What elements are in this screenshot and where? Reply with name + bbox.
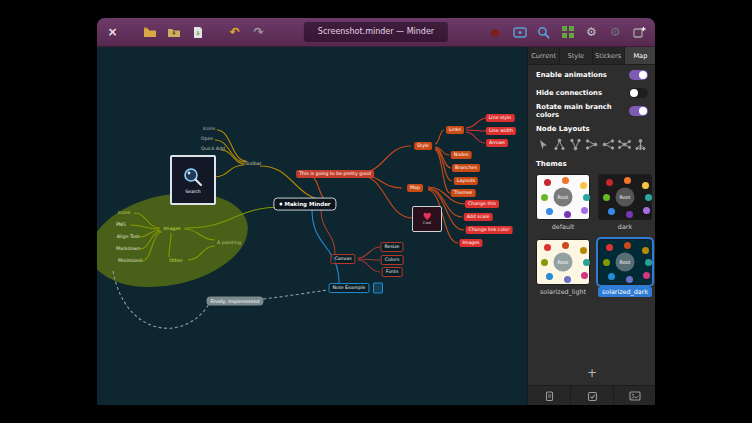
theme-name: solarized_dark [598, 287, 652, 297]
undo-icon[interactable]: ↶ [227, 25, 242, 40]
theme-color-dot [643, 272, 650, 279]
node-icons[interactable]: Icons [118, 210, 130, 216]
node-map[interactable]: Map [407, 184, 423, 192]
new-board-icon[interactable] [632, 25, 647, 40]
preferences-icon[interactable]: ⚙ [608, 25, 623, 40]
node-resize[interactable]: Resize [380, 242, 403, 252]
theme-color-dot [581, 272, 588, 279]
search-icon[interactable] [536, 25, 551, 40]
toggle-enable-animations[interactable] [629, 70, 648, 80]
node-line-width[interactable]: Line width [486, 127, 516, 135]
layout-vertical-up-icon[interactable] [569, 137, 583, 151]
node-minimized[interactable]: Minimized [118, 258, 142, 264]
toggle-hide-connections[interactable] [629, 88, 648, 98]
redo-icon[interactable]: ↷ [251, 25, 266, 40]
toggle-knob [639, 107, 647, 115]
option-hide-connections: Hide connections [528, 85, 655, 101]
theme-solarized-light[interactable]: Rootsolarized_light [536, 239, 590, 297]
node-line-style[interactable]: Line style [486, 114, 515, 122]
theme-name: default [536, 222, 590, 232]
node-making-minder[interactable]: Making Minder [273, 198, 336, 211]
tab-map[interactable]: Map [625, 47, 655, 64]
image-panel-icon[interactable] [614, 386, 655, 405]
layout-vertical-down-icon[interactable] [552, 137, 566, 151]
option-rotate-main-branch-colors: Rotate main branch colors [528, 103, 655, 119]
node-fonts[interactable]: Fonts [382, 267, 403, 277]
node-layouts-row [528, 136, 655, 154]
layout-balanced-icon[interactable] [634, 137, 648, 151]
node-icons[interactable]: Icons [203, 126, 215, 132]
layout-right-icon[interactable] [601, 137, 615, 151]
node-branches[interactable]: Branches [452, 164, 480, 172]
layout-left-icon[interactable] [585, 137, 599, 151]
node-other[interactable]: Other [169, 258, 182, 264]
theme-color-dot [580, 182, 587, 189]
node-markdown[interactable]: Markdown [116, 246, 140, 252]
node-change-this[interactable]: Change this [465, 200, 499, 208]
open-folder-icon[interactable] [142, 25, 157, 40]
node-links[interactable]: Links [446, 126, 464, 134]
node-arrows[interactable]: Arrows [486, 139, 508, 147]
tab-current[interactable]: Current [528, 47, 560, 64]
node-colors[interactable]: Colors [381, 255, 404, 265]
settings-icon[interactable]: ⚙ [584, 25, 599, 40]
theme-color-dot [562, 242, 569, 249]
theme-root-node: Root [554, 253, 573, 272]
theme-color-dot [544, 179, 551, 186]
node-finally-implemented[interactable]: Finally, Implemented [206, 297, 263, 306]
theme-solarized-dark[interactable]: Rootsolarized_dark [598, 239, 652, 297]
themes-grid: RootdefaultRootdarkRootsolarized_lightRo… [528, 171, 655, 297]
layout-horizontal-icon[interactable] [618, 137, 632, 151]
node-canvas[interactable]: Canvas [330, 254, 355, 264]
node-themes[interactable]: Themes [451, 189, 476, 197]
node-nodes[interactable]: Nodes [451, 151, 472, 159]
theme-default[interactable]: Rootdefault [536, 174, 590, 232]
theme-root-node: Root [554, 188, 573, 207]
theme-color-dot [624, 177, 631, 184]
option-label: Enable animations [536, 71, 607, 79]
sidebar: CurrentStyleStickersMap Enable animation… [527, 47, 655, 405]
theme-preview: Root [598, 239, 652, 285]
tab-style[interactable]: Style [560, 47, 592, 64]
node-align-text[interactable]: Align Text [117, 234, 140, 240]
record-icon[interactable]: ● [488, 25, 503, 40]
node-quick-add[interactable]: Quick Add [201, 146, 225, 152]
theme-color-dot [546, 273, 553, 280]
node-this-is-going-to-be-pretty-good[interactable]: This is going to be pretty good [296, 170, 374, 178]
note-icon[interactable] [373, 283, 383, 294]
tab-stickers[interactable]: Stickers [593, 47, 625, 64]
theme-color-dot [626, 276, 633, 283]
grid-icon[interactable] [560, 25, 575, 40]
node-images[interactable]: Images [459, 239, 482, 247]
layout-manual-icon[interactable] [536, 137, 550, 151]
tasks-icon[interactable] [571, 386, 614, 405]
node-add-scale[interactable]: Add scale [464, 213, 493, 221]
export-panel-icon[interactable] [528, 386, 571, 405]
minder-window: × ↶ ↷ Screenshot.minder — Minder ● ⚙ ⚙ [97, 18, 655, 405]
node-png[interactable]: PNG [116, 222, 126, 228]
add-theme-button[interactable]: + [528, 363, 655, 385]
export-document-icon[interactable] [190, 25, 205, 40]
node-toolbar[interactable]: Toolbar [245, 161, 262, 167]
theme-color-dot [544, 244, 551, 251]
node-a-painting[interactable]: A painting [217, 240, 241, 246]
import-folder-icon[interactable] [166, 25, 181, 40]
node-cool[interactable]: ♥Cool [412, 206, 442, 232]
node-note-example[interactable]: Note Example [329, 283, 370, 293]
theme-color-dot [581, 207, 588, 214]
node-layouts[interactable]: Layouts [454, 177, 478, 185]
mindmap-canvas[interactable]: Making MinderToolbarIconsOpenQuick AddSe… [97, 47, 527, 405]
presentation-icon[interactable] [512, 25, 527, 40]
node-search[interactable]: Search [170, 155, 216, 205]
theme-color-dot [562, 177, 569, 184]
theme-color-dot [603, 194, 610, 201]
node-open[interactable]: Open [201, 136, 214, 142]
node-change-link-color[interactable]: Change link color [466, 226, 513, 234]
node-style[interactable]: Style [414, 142, 432, 150]
theme-color-dot [603, 259, 610, 266]
close-icon[interactable]: × [105, 25, 120, 40]
themes-label: Themes [528, 154, 655, 171]
node-images[interactable]: Images [163, 226, 180, 232]
toggle-rotate-main-branch-colors[interactable] [629, 106, 648, 116]
theme-dark[interactable]: Rootdark [598, 174, 652, 232]
